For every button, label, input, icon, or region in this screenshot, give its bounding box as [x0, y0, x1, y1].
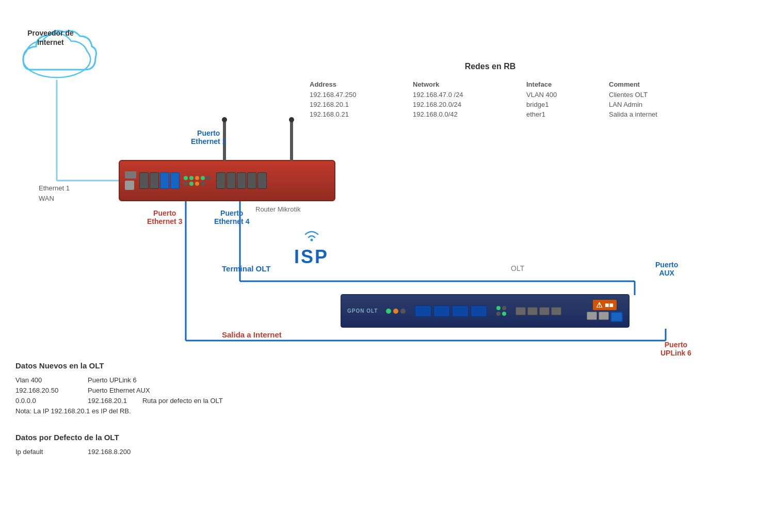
table-row: bridge1 [526, 100, 609, 109]
table-row: 192.168.0.0/42 [413, 109, 526, 119]
table-row: LAN Admin [609, 100, 712, 109]
table-row: 192.168.47.250 [310, 90, 413, 100]
table-row: Clientes OLT [609, 90, 712, 100]
diagram-container: Proveedor de Internet Ethernet 1 WAN [0, 0, 774, 532]
table-grid: Address Network Inteface Comment 192.168… [310, 79, 671, 119]
table-title: Redes en RB [310, 62, 671, 71]
isp-text: ISP [294, 246, 329, 268]
datos-nuevos-note: Nota: La IP 192.168.20.1 es IP del RB. [15, 407, 325, 415]
table-row: 192.168.47.0 /24 [413, 90, 526, 100]
list-item: Ip default 192.168.8.200 [15, 448, 325, 456]
salida-internet-label: Salida a Internet [222, 330, 282, 339]
port-eth1-label: Puerto Ethernet 1 [191, 129, 226, 146]
olt-device: GPON OLT [341, 294, 630, 328]
table-row: 192.168.20.0/24 [413, 100, 526, 109]
datos-defecto-title: Datos por Defecto de la OLT [15, 433, 325, 442]
table-row: 192.168.20.1 [310, 100, 413, 109]
col-header-comment: Comment [609, 79, 712, 90]
col-header-address: Address [310, 79, 413, 90]
col-header-inteface: Inteface [526, 79, 609, 90]
list-item: 0.0.0.0 192.168.20.1 Ruta por defecto en… [15, 397, 325, 405]
olt-label: OLT [511, 264, 524, 272]
datos-nuevos-section: Datos Nuevos en la OLT Vlan 400 Puerto U… [15, 361, 325, 458]
isp-logo: ISP [294, 227, 329, 268]
antenna-right [290, 120, 293, 161]
port-eth3-label: Puerto Ethernet 3 [147, 209, 182, 225]
terminal-olt-label: Terminal OLT [222, 264, 270, 273]
table-row: Salida a internet [609, 109, 712, 119]
wifi-icon [294, 227, 329, 246]
list-item: Vlan 400 Puerto UPLink 6 [15, 376, 325, 384]
list-item: 192.168.20.50 Puerto Ethernet AUX [15, 386, 325, 394]
table-row: 192.168.0.21 [310, 109, 413, 119]
port-eth4-label: Puerto Ethernet 4 [214, 209, 249, 225]
table-row: ether1 [526, 109, 609, 119]
cloud-label: Proveedor de Internet [20, 28, 82, 47]
datos-nuevos-title: Datos Nuevos en la OLT [15, 361, 325, 370]
port-aux-label: Puerto AUX [655, 261, 678, 277]
table-row: VLAN 400 [526, 90, 609, 100]
router-label: Router Mikrotik [255, 205, 300, 213]
router-mikrotik [119, 160, 335, 201]
svg-point-16 [310, 239, 313, 241]
port-uplink-label: Puerto UPLink 6 [660, 341, 691, 357]
col-header-network: Network [413, 79, 526, 90]
ethernet1-wan-label: Ethernet 1 WAN [39, 183, 70, 203]
redes-rb-table: Redes en RB Address Network Inteface Com… [310, 62, 671, 119]
